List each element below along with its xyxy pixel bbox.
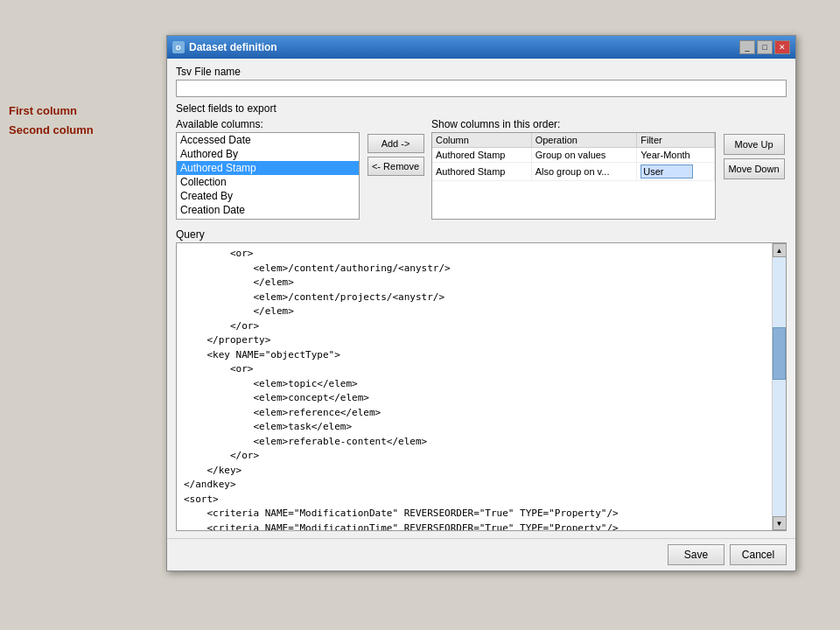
close-button[interactable]: ✕ [774, 40, 790, 54]
tsv-label: Tsv File name [176, 66, 787, 78]
col-header-column: Column [432, 133, 531, 148]
filter-input[interactable] [640, 164, 693, 178]
save-button[interactable]: Save [668, 544, 724, 565]
scrollbar-thumb[interactable] [773, 327, 786, 380]
col-header-filter: Filter [637, 133, 715, 148]
show-table-header-row: Column Operation Filter [432, 133, 715, 148]
available-header: Available columns: [176, 118, 360, 130]
add-button[interactable]: Add -> [368, 134, 424, 153]
second-column-label: Second column [9, 122, 94, 138]
add-remove-buttons: Add -> <- Remove [365, 118, 426, 176]
scrollbar-track[interactable] [773, 257, 786, 516]
maximize-button[interactable]: □ [757, 40, 773, 54]
move-buttons: Move Up Move Down [721, 118, 787, 179]
query-section: Query <or> <elem>/content/authoring/<any… [176, 228, 787, 531]
available-listbox[interactable]: Accessed Date Authored By Authored Stamp… [177, 133, 359, 219]
query-label: Query [176, 228, 787, 241]
dialog-icon: D [172, 41, 185, 53]
title-bar-left: D Dataset definition [172, 41, 277, 53]
list-item[interactable]: Created By [177, 189, 359, 203]
table-row[interactable]: Authored Stamp Group on values Year-Mont… [432, 148, 715, 163]
dialog-footer: Save Cancel [167, 538, 795, 570]
query-box: <or> <elem>/content/authoring/<anystr/> … [176, 242, 787, 531]
show-panel-header: Show columns in this order: [431, 118, 716, 130]
show-table-container: Column Operation Filter Authored Stamp G… [431, 132, 716, 220]
select-fields-label: Select fields to export [176, 102, 787, 115]
available-listbox-container: Accessed Date Authored By Authored Stamp… [176, 132, 360, 220]
minimize-button[interactable]: _ [739, 40, 755, 54]
scrollbar-up-btn[interactable]: ▲ [773, 243, 787, 257]
query-content[interactable]: <or> <elem>/content/authoring/<anystr/> … [177, 243, 772, 530]
move-up-button[interactable]: Move Up [724, 134, 785, 155]
tsv-field-row: Tsv File name [176, 66, 787, 97]
cell-column: Authored Stamp [432, 163, 531, 181]
cell-filter-editable[interactable] [637, 163, 715, 181]
list-item[interactable]: Collection [177, 175, 359, 189]
dialog-body: Tsv File name Select fields to export Av… [167, 59, 795, 538]
first-column-label: First column [9, 103, 77, 119]
title-bar: D Dataset definition _ □ ✕ [167, 36, 795, 59]
list-item[interactable]: Authored By [177, 147, 359, 161]
list-item[interactable]: Accessed Date [177, 133, 359, 147]
show-panel: Show columns in this order: Column Opera… [431, 118, 716, 220]
cell-filter: Year-Month [637, 148, 715, 163]
show-table-body: Authored Stamp Group on values Year-Mont… [432, 148, 715, 181]
cell-column: Authored Stamp [432, 148, 531, 163]
cell-operation: Group on values [531, 148, 637, 163]
show-table-head: Column Operation Filter [432, 133, 715, 148]
col-header-operation: Operation [531, 133, 637, 148]
query-scrollbar[interactable]: ▲ ▼ [772, 243, 786, 530]
remove-button[interactable]: <- Remove [368, 157, 424, 176]
scrollbar-down-btn[interactable]: ▼ [773, 516, 787, 530]
table-row[interactable]: Authored Stamp Also group on v... [432, 163, 715, 181]
cell-operation: Also group on v... [531, 163, 637, 181]
tsv-input[interactable] [176, 80, 787, 97]
list-item[interactable]: Creation Time [177, 217, 359, 219]
show-table: Column Operation Filter Authored Stamp G… [432, 133, 715, 181]
cancel-button[interactable]: Cancel [730, 544, 787, 565]
list-item-selected[interactable]: Authored Stamp [177, 161, 359, 175]
dataset-definition-dialog: D Dataset definition _ □ ✕ Tsv File name… [166, 35, 796, 571]
available-panel: Available columns: Accessed Date Authore… [176, 118, 360, 220]
move-down-button[interactable]: Move Down [724, 158, 785, 179]
columns-area: Available columns: Accessed Date Authore… [176, 118, 787, 220]
title-controls: _ □ ✕ [739, 40, 790, 54]
list-item[interactable]: Creation Date [177, 203, 359, 217]
dialog-title: Dataset definition [189, 41, 277, 53]
